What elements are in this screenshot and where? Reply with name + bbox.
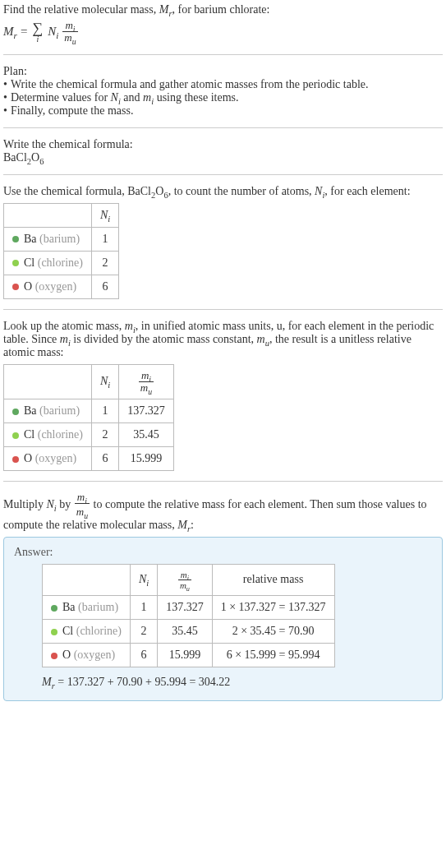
element-dot [51, 605, 57, 612]
element-dot [51, 629, 57, 635]
mr-formula: Mr = ∑ i Ni mi mu [3, 20, 443, 44]
plan-item-text: Write the chemical formula and gather at… [11, 78, 369, 91]
equals: = [21, 25, 27, 39]
relmass-header: relative mass [212, 564, 334, 595]
empty-header [43, 564, 131, 595]
element-dot [12, 260, 19, 266]
bullet: • [3, 104, 7, 118]
element-dot [12, 456, 19, 463]
table-row: O (oxygen) 6 [4, 275, 119, 298]
plan-item-2: • Finally, compute the mass. [3, 104, 443, 118]
element-cell: Cl (chlorine) [4, 423, 92, 447]
final-equation: Mr = 137.327 + 70.90 + 95.994 = 304.22 [42, 676, 432, 689]
table-row: Cl (chlorine) 2 35.45 2 × 35.45 = 70.90 [43, 619, 335, 643]
element-dot [12, 236, 19, 242]
table-row: Ba (barium) 1 137.327 [4, 399, 174, 423]
ni-header: Ni [91, 364, 118, 399]
element-dot [12, 409, 19, 415]
mass-cell: 137.327 [119, 399, 174, 423]
mr-symbol: Mr [159, 3, 172, 16]
multiply-text: Multiply Ni by mi mu to compute the rela… [3, 492, 443, 532]
bullet: • [3, 78, 7, 91]
sigma: ∑ i [32, 21, 43, 44]
plan-item-1: • Determine values for Ni and mi using t… [3, 91, 443, 104]
element-cell: Ba (barium) [4, 399, 92, 423]
n-cell: 2 [130, 619, 157, 643]
chemical-formula: BaCl2O6 [3, 151, 443, 164]
element-cell: Ba (barium) [43, 595, 131, 619]
element-dot [51, 653, 57, 659]
n-cell: 1 [91, 399, 118, 423]
element-cell: O (oxygen) [4, 447, 92, 471]
ratio-header: mi mu [158, 564, 213, 595]
intro-text-a: Find the relative molecular mass, [3, 3, 159, 16]
n-cell: 6 [91, 447, 118, 471]
write-formula-title: Write the chemical formula: [3, 138, 443, 151]
table-row: Ba (barium) 1 137.327 1 × 137.327 = 137.… [43, 595, 335, 619]
element-cell: O (oxygen) [4, 275, 92, 298]
ni-term: Ni [48, 25, 58, 39]
element-cell: Cl (chlorine) [4, 251, 92, 275]
count-section: Use the chemical formula, BaCl2O6, to co… [3, 185, 443, 310]
intro-section: Find the relative molecular mass, Mr, fo… [3, 3, 443, 55]
element-cell: Ba (barium) [4, 227, 92, 251]
n-cell: 6 [91, 275, 118, 298]
answer-box: Answer: Ni mi mu relative mass Ba (bariu… [3, 537, 443, 701]
count-text: Use the chemical formula, BaCl2O6, to co… [3, 185, 443, 198]
empty-header [4, 364, 92, 399]
write-formula-section: Write the chemical formula: BaCl2O6 [3, 138, 443, 175]
table-header-row: Ni mi mu [4, 364, 174, 399]
lookup-section: Look up the atomic mass, mi, in unified … [3, 320, 443, 482]
element-dot [12, 284, 19, 290]
plan-item-0: • Write the chemical formula and gather … [3, 78, 443, 91]
ratio-header: mi mu [119, 364, 174, 399]
relmass-cell: 1 × 137.327 = 137.327 [212, 595, 334, 619]
mass-cell: 137.327 [158, 595, 213, 619]
ni-header: Ni [130, 564, 157, 595]
n-cell: 2 [91, 423, 118, 447]
lookup-text: Look up the atomic mass, mi, in unified … [3, 320, 443, 359]
mass-cell: 15.999 [158, 643, 213, 667]
answer-section: Multiply Ni by mi mu to compute the rela… [3, 492, 443, 701]
element-cell: O (oxygen) [43, 643, 131, 667]
count-table: Ni Ba (barium) 1 Cl (chlorine) 2 O (oxyg… [3, 203, 119, 299]
n-cell: 6 [130, 643, 157, 667]
plan-title: Plan: [3, 65, 443, 78]
relmass-cell: 2 × 35.45 = 70.90 [212, 619, 334, 643]
sigma-symbol: ∑ [32, 21, 43, 35]
table-header-row: Ni mi mu relative mass [43, 564, 335, 595]
element-dot [12, 432, 19, 439]
mr-lhs: Mr [3, 25, 17, 39]
ni-header: Ni [91, 203, 118, 227]
n-cell: 1 [130, 595, 157, 619]
answer-table: Ni mi mu relative mass Ba (barium) 1 137… [42, 564, 335, 667]
table-row: Cl (chlorine) 2 [4, 251, 119, 275]
n-cell: 1 [91, 227, 118, 251]
plan-item-text: Finally, compute the mass. [11, 104, 134, 118]
table-row: O (oxygen) 6 15.999 [4, 447, 174, 471]
table-header-row: Ni [4, 203, 119, 227]
element-cell: Cl (chlorine) [43, 619, 131, 643]
plan-section: Plan: • Write the chemical formula and g… [3, 65, 443, 128]
mass-cell: 35.45 [119, 423, 174, 447]
table-row: O (oxygen) 6 15.999 6 × 15.999 = 95.994 [43, 643, 335, 667]
mass-cell: 15.999 [119, 447, 174, 471]
bullet: • [3, 91, 7, 104]
mi-over-mu: mi mu [62, 20, 78, 44]
relmass-cell: 6 × 15.999 = 95.994 [212, 643, 334, 667]
answer-label: Answer: [14, 546, 432, 559]
intro-text-b: , for barium chlorate: [172, 3, 270, 16]
intro-text: Find the relative molecular mass, Mr, fo… [3, 3, 443, 16]
plan-item-text: Determine values for Ni and mi using the… [11, 91, 239, 104]
sigma-sub: i [36, 35, 39, 44]
mass-cell: 35.45 [158, 619, 213, 643]
empty-header [4, 203, 92, 227]
n-cell: 2 [91, 251, 118, 275]
table-row: Cl (chlorine) 2 35.45 [4, 423, 174, 447]
table-row: Ba (barium) 1 [4, 227, 119, 251]
mass-table: Ni mi mu Ba (barium) 1 137.327 Cl (chlor… [3, 364, 174, 472]
